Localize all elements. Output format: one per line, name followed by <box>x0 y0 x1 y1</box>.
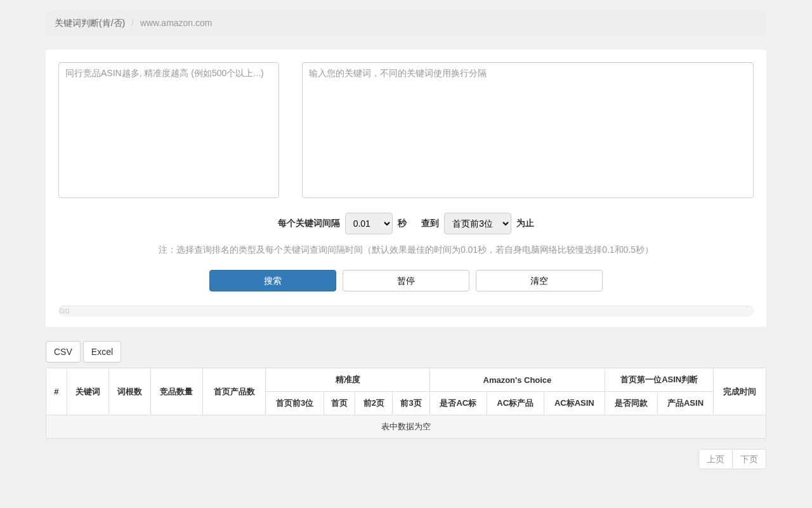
col-same[interactable]: 是否同款 <box>605 392 657 415</box>
progress-bar: 0/0 <box>58 305 754 317</box>
pause-button[interactable]: 暂停 <box>343 270 469 291</box>
col-complete-time[interactable]: 完成时间 <box>714 368 766 415</box>
keywords-input[interactable] <box>302 62 754 198</box>
breadcrumb-separator: / <box>131 18 134 28</box>
until-label-post: 为止 <box>516 218 534 228</box>
col-p-page3[interactable]: 前3页 <box>393 392 430 415</box>
col-ac-is[interactable]: 是否AC标 <box>429 392 487 415</box>
controls-note: 注：选择查询排名的类型及每个关键词查询间隔时间（默认效果最佳的时间为0.01秒，… <box>58 244 754 256</box>
export-csv-button[interactable]: CSV <box>46 341 81 363</box>
table-empty-row: 表中数据为空 <box>46 415 766 439</box>
col-group-first-asin-judge: 首页第一位ASIN判断 <box>605 368 714 392</box>
search-button[interactable]: 搜索 <box>209 270 336 291</box>
clear-button[interactable]: 清空 <box>476 270 603 291</box>
controls-row: 每个关键词间隔 0.01 秒 查到 首页前3位 为止 <box>58 213 754 234</box>
col-first-page-products[interactable]: 首页产品数 <box>203 368 266 415</box>
results-table: # 关键词 词根数 竞品数量 首页产品数 精准度 Amazon's Choice… <box>46 368 766 439</box>
interval-label-pre: 每个关键词间隔 <box>278 218 340 228</box>
col-product-asin[interactable]: 产品ASIN <box>657 392 714 415</box>
breadcrumb: 关键词判断(肯/否) / www.amazon.com <box>46 11 766 36</box>
until-label-pre: 查到 <box>421 218 439 228</box>
export-excel-button[interactable]: Excel <box>83 341 121 363</box>
col-index[interactable]: # <box>46 368 67 415</box>
col-group-precision: 精准度 <box>266 368 430 392</box>
until-select[interactable]: 首页前3位 <box>444 213 511 234</box>
interval-label-post: 秒 <box>398 218 407 228</box>
col-root-count[interactable]: 词根数 <box>108 368 150 415</box>
asin-input[interactable] <box>58 62 279 198</box>
col-p-page2[interactable]: 前2页 <box>355 392 393 415</box>
col-competitor-count[interactable]: 竞品数量 <box>150 368 203 415</box>
col-keyword[interactable]: 关键词 <box>67 368 108 415</box>
pager-next[interactable]: 下页 <box>733 449 766 469</box>
col-group-amazons-choice: Amazon's Choice <box>429 368 605 392</box>
breadcrumb-page: 关键词判断(肯/否) <box>55 18 125 28</box>
col-p-page1[interactable]: 首页 <box>324 392 355 415</box>
progress-text: 0/0 <box>60 305 69 317</box>
breadcrumb-site[interactable]: www.amazon.com <box>140 18 213 28</box>
col-p-top3[interactable]: 首页前3位 <box>266 392 324 415</box>
interval-select[interactable]: 0.01 <box>345 213 393 234</box>
pager-prev[interactable]: 上页 <box>698 449 733 469</box>
main-panel: 每个关键词间隔 0.01 秒 查到 首页前3位 为止 注：选择查询排名的类型及每… <box>46 50 766 327</box>
col-ac-asin[interactable]: AC标ASIN <box>544 392 605 415</box>
col-ac-product[interactable]: AC标产品 <box>487 392 544 415</box>
